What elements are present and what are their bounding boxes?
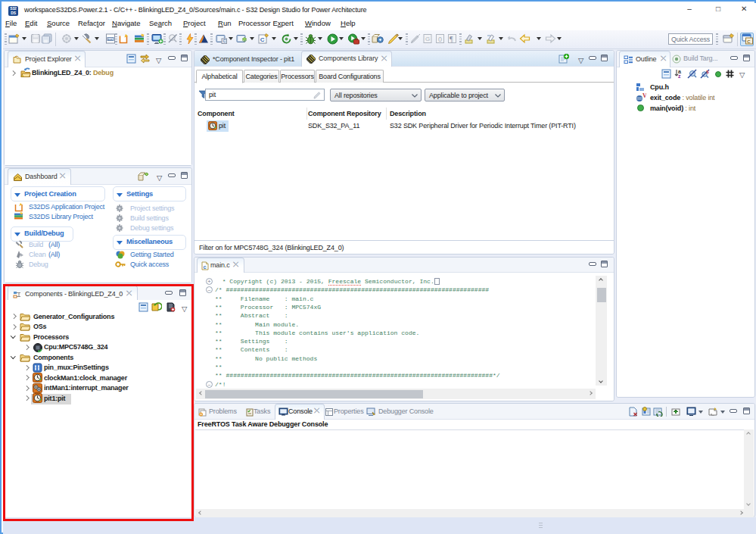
svg-text:V: V: [642, 93, 646, 99]
svg-text:z: z: [678, 73, 681, 79]
svg-text:¶: ¶: [450, 35, 453, 43]
svg-text:s: s: [706, 69, 709, 74]
svg-text:0: 0: [438, 36, 442, 43]
svg-text:010: 010: [107, 38, 112, 41]
svg-text:C: C: [260, 36, 265, 43]
svg-text:G: G: [425, 36, 430, 42]
svg-text:c: c: [204, 264, 207, 270]
svg-text:C: C: [223, 39, 226, 43]
